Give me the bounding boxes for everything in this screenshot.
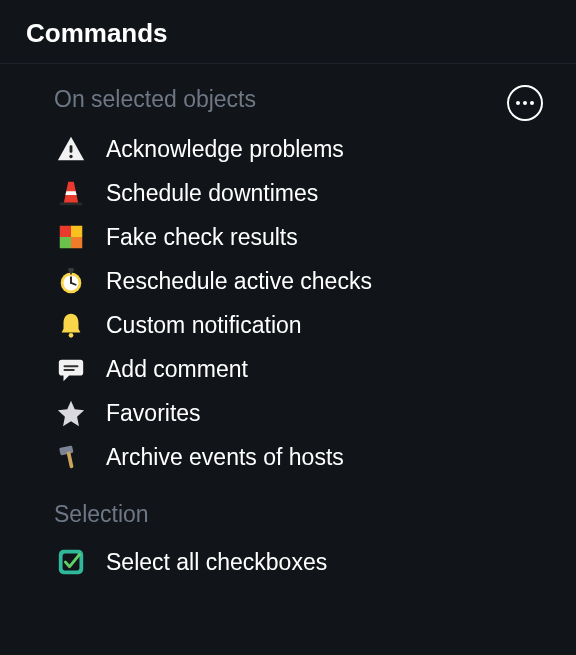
- panel-body: On selected objects Acknowledge problems…: [0, 64, 576, 602]
- selection-list: Select all checkboxes: [54, 540, 546, 584]
- cmd-schedule-downtimes[interactable]: Schedule downtimes: [54, 171, 546, 215]
- svg-rect-3: [60, 226, 71, 237]
- svg-point-13: [69, 333, 74, 338]
- star-icon: [54, 396, 88, 430]
- stopwatch-icon: [54, 264, 88, 298]
- svg-rect-10: [70, 271, 72, 275]
- more-menu-button[interactable]: [507, 85, 543, 121]
- panel-title: Commands: [26, 18, 550, 49]
- checkbox-checked-icon: [54, 545, 88, 579]
- cmd-label: Schedule downtimes: [106, 180, 318, 207]
- cmd-select-all-checkboxes[interactable]: Select all checkboxes: [54, 540, 546, 584]
- cmd-label: Favorites: [106, 400, 201, 427]
- cmd-label: Fake check results: [106, 224, 298, 251]
- quadrant-grid-icon: [54, 220, 88, 254]
- svg-rect-16: [59, 445, 73, 455]
- svg-rect-2: [60, 202, 83, 205]
- panel-header: Commands: [0, 0, 576, 64]
- section-selection-title: Selection: [54, 501, 546, 528]
- commands-panel: Commands On selected objects Acknowledge…: [0, 0, 576, 655]
- cmd-reschedule-active-checks[interactable]: Reschedule active checks: [54, 259, 546, 303]
- bell-icon: [54, 308, 88, 342]
- commands-list: Acknowledge problems Schedule downtimes …: [54, 127, 546, 479]
- cmd-favorites[interactable]: Favorites: [54, 391, 546, 435]
- cmd-label: Reschedule active checks: [106, 268, 372, 295]
- section-header-row: On selected objects: [54, 86, 546, 127]
- speech-bubble-icon: [54, 352, 88, 386]
- cmd-label: Acknowledge problems: [106, 136, 344, 163]
- cmd-acknowledge-problems[interactable]: Acknowledge problems: [54, 127, 546, 171]
- cmd-archive-events[interactable]: Archive events of hosts: [54, 435, 546, 479]
- svg-rect-4: [71, 226, 82, 237]
- hammer-icon: [54, 440, 88, 474]
- svg-rect-6: [71, 237, 82, 248]
- svg-rect-0: [70, 145, 73, 153]
- cmd-add-comment[interactable]: Add comment: [54, 347, 546, 391]
- traffic-cone-icon: [54, 176, 88, 210]
- more-icon: [516, 101, 520, 105]
- cmd-fake-check-results[interactable]: Fake check results: [54, 215, 546, 259]
- cmd-label: Archive events of hosts: [106, 444, 344, 471]
- cmd-custom-notification[interactable]: Custom notification: [54, 303, 546, 347]
- svg-rect-5: [60, 237, 71, 248]
- section-on-selected-title: On selected objects: [54, 86, 256, 113]
- svg-point-1: [69, 155, 72, 158]
- cmd-label: Select all checkboxes: [106, 549, 327, 576]
- warning-triangle-icon: [54, 132, 88, 166]
- cmd-label: Custom notification: [106, 312, 302, 339]
- cmd-label: Add comment: [106, 356, 248, 383]
- svg-rect-17: [66, 451, 73, 468]
